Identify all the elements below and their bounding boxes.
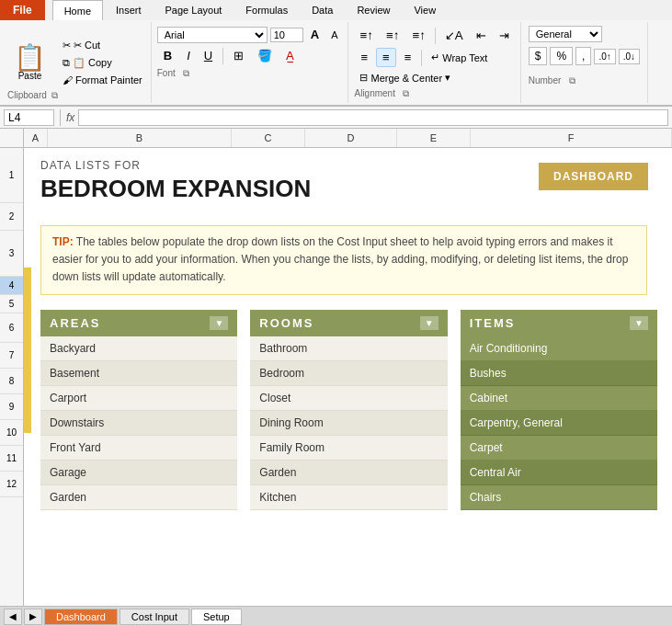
decimal-dec-button[interactable]: .0↓ (619, 49, 640, 64)
tab-setup[interactable]: Setup (191, 609, 242, 625)
items-item-6: Central Air (461, 461, 657, 485)
items-item-7: Chairs (461, 485, 657, 510)
font-group-label: Font ⧉ (157, 68, 343, 79)
tip-box: TIP: The tables below populate the drop … (40, 225, 647, 295)
rooms-item-2: Bedroom (250, 361, 447, 386)
fx-label: fx (66, 111, 74, 124)
tab-home[interactable]: Home (52, 0, 103, 20)
items-table: ITEMS ▼ Air Conditioning Bushes Cabinet … (461, 310, 657, 510)
merge-dropdown-icon: ▾ (445, 72, 450, 84)
items-item-1: Air Conditioning (461, 336, 657, 361)
format-painter-icon: 🖌 (63, 74, 73, 85)
font-color-button[interactable]: A̲ (280, 46, 300, 65)
areas-table: AREAS ▼ Backyard Basement Carport Downst… (40, 310, 237, 510)
clipboard-label: Clipboard ⧉ (7, 90, 58, 101)
fill-color-button[interactable]: 🪣 (252, 46, 278, 65)
dollar-button[interactable]: $ (529, 47, 548, 65)
increase-font-button[interactable]: A (306, 26, 324, 43)
items-item-2: Bushes (461, 361, 657, 386)
col-header-b: B (48, 129, 232, 147)
tab-data[interactable]: Data (301, 0, 344, 20)
indent-decrease-button[interactable]: ⇤ (471, 26, 492, 45)
cell-reference[interactable] (4, 109, 54, 126)
tab-review[interactable]: Review (346, 0, 401, 20)
indent-increase-button[interactable]: ⇥ (494, 26, 515, 45)
copy-icon: ⧉ (63, 57, 70, 69)
wrap-text-label: Wrap Text (442, 52, 487, 63)
font-size-input[interactable] (270, 28, 303, 42)
paste-label: Paste (18, 71, 42, 81)
decimal-inc-button[interactable]: .0↑ (594, 49, 615, 64)
col-header-e: E (397, 129, 471, 147)
items-header: ITEMS (470, 316, 516, 330)
rooms-table: ROOMS ▼ Bathroom Bedroom Closet Dining R… (250, 310, 447, 510)
tab-cost-input[interactable]: Cost Input (120, 609, 189, 625)
areas-dropdown-button[interactable]: ▼ (210, 316, 228, 330)
copy-button[interactable]: ⧉ 📋 Copy (58, 55, 147, 71)
format-painter-button[interactable]: 🖌 Format Painter (58, 73, 147, 87)
rooms-header: ROOMS (259, 316, 313, 330)
rooms-item-3: Closet (250, 386, 447, 411)
row-header-4: 4 (0, 277, 23, 295)
percent-button[interactable]: % (550, 47, 573, 65)
tip-label: TIP: (52, 235, 74, 248)
items-dropdown-button[interactable]: ▼ (630, 316, 648, 330)
italic-button[interactable]: I (181, 46, 196, 65)
align-center-button[interactable]: ≡ (376, 48, 396, 67)
row-header-2: 2 (0, 203, 23, 231)
next-sheet-button[interactable]: ▶ (24, 609, 42, 625)
decrease-font-button[interactable]: A (326, 28, 342, 42)
comma-button[interactable]: , (575, 47, 591, 65)
align-top-left-button[interactable]: ≡↑ (354, 26, 378, 45)
areas-item-2: Basement (40, 361, 237, 386)
merge-center-label: Merge & Center (370, 73, 442, 84)
row-header-9: 9 (0, 394, 23, 420)
align-right-button[interactable]: ≡ (398, 48, 418, 67)
wrap-text-icon: ↵ (431, 51, 439, 63)
tab-dashboard[interactable]: Dashboard (44, 609, 118, 625)
merge-center-button[interactable]: ⊟ Merge & Center ▾ (354, 70, 456, 85)
align-left-button[interactable]: ≡ (354, 48, 374, 67)
items-item-4: Carpentry, General (461, 411, 657, 436)
number-format-select[interactable]: General (529, 26, 602, 42)
areas-header: AREAS (50, 316, 101, 330)
align-top-right-button[interactable]: ≡↑ (406, 26, 430, 45)
areas-item-5: Front Yard (40, 436, 237, 461)
rooms-item-6: Garden (250, 461, 447, 485)
border-button[interactable]: ⊞ (228, 46, 249, 65)
areas-item-4: Downstairs (40, 411, 237, 436)
row-header-8: 8 (0, 369, 23, 394)
number-group-label: Number ⧉ (529, 75, 640, 86)
formula-input[interactable] (78, 109, 668, 126)
col-header-a: A (24, 129, 48, 147)
row-header-6: 6 (0, 313, 23, 343)
tab-formulas[interactable]: Formulas (234, 0, 299, 20)
font-group: Arial A A B I U ⊞ 🪣 A̲ Font ⧉ (152, 22, 349, 103)
cut-button[interactable]: ✂ ✂ Cut (58, 38, 147, 53)
file-tab[interactable]: File (0, 0, 45, 20)
tab-page-layout[interactable]: Page Layout (154, 0, 233, 20)
dashboard-button[interactable]: DASHBOARD (539, 163, 648, 190)
tab-view[interactable]: View (403, 0, 447, 20)
rooms-item-4: Dining Room (250, 411, 447, 436)
row-header-12: 12 (0, 472, 23, 497)
row-header-5: 5 (0, 295, 23, 313)
bold-button[interactable]: B (157, 46, 178, 65)
items-item-3: Cabinet (461, 386, 657, 411)
alignment-group: ≡↑ ≡↑ ≡↑ ↙A ⇤ ⇥ ≡ ≡ ≡ ↵ Wrap Text (348, 22, 520, 103)
text-orient-button[interactable]: ↙A (439, 26, 469, 45)
tip-text: The tables below populate the drop down … (52, 235, 628, 283)
font-name-select[interactable]: Arial (157, 27, 268, 43)
alignment-group-label: Alignment ⧉ (354, 88, 514, 99)
row-header-1: 1 (0, 148, 23, 203)
tab-insert[interactable]: Insert (105, 0, 153, 20)
align-top-center-button[interactable]: ≡↑ (381, 26, 404, 45)
underline-button[interactable]: U (199, 46, 218, 65)
row-header-3: 3 (0, 231, 23, 277)
col-header-d: D (305, 129, 397, 147)
number-group: General $ % , .0↑ .0↓ Number ⧉ (521, 22, 648, 103)
prev-sheet-button[interactable]: ◀ (4, 609, 22, 625)
rooms-item-5: Family Room (250, 436, 447, 461)
wrap-text-button[interactable]: ↵ Wrap Text (426, 50, 493, 65)
rooms-dropdown-button[interactable]: ▼ (420, 316, 439, 330)
